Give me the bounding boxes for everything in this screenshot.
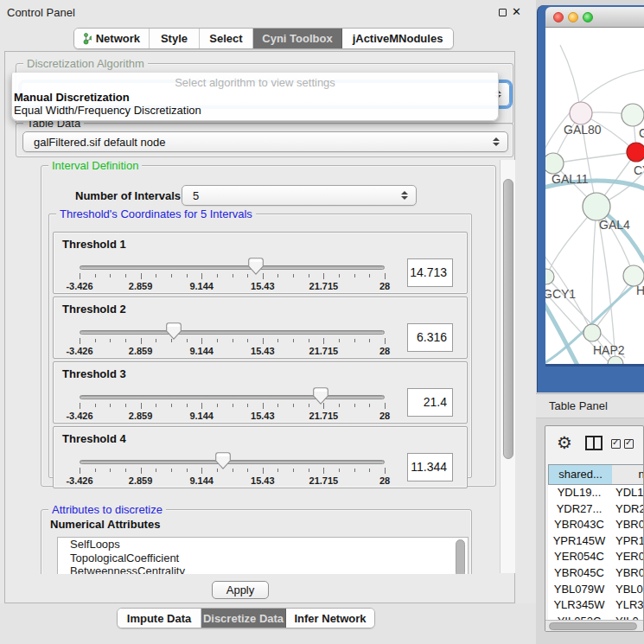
network-node[interactable]	[583, 324, 601, 341]
gear-icon[interactable]: ⚙	[557, 434, 572, 451]
slider-thumb[interactable]	[248, 258, 264, 275]
table-row[interactable]: YBR043CYBR0	[548, 517, 644, 533]
cell-name: YBL0	[615, 582, 644, 598]
slider-thumb[interactable]	[166, 322, 182, 340]
cell-shared-name: YBR043C	[548, 517, 610, 533]
table-panel-title: Table Panel	[549, 399, 608, 412]
slider-tick	[80, 338, 80, 344]
tab-label: Infer Network	[294, 612, 366, 625]
slider-track[interactable]	[80, 395, 385, 399]
slider-tick-label: 9.144	[181, 411, 222, 421]
numerical-attributes-list[interactable]: SelfLoopsTopologicalCoefficientBetweenne…	[57, 537, 469, 574]
network-edge	[592, 207, 596, 333]
table-row[interactable]: YBR045CYBR0	[548, 565, 644, 582]
network-node[interactable]	[583, 193, 610, 220]
table-row[interactable]: YBL079WYBL0	[548, 582, 644, 598]
threshold-1-panel: Threshold 1-3.4262.8599.14415.4321.71528…	[53, 232, 468, 294]
slider-track[interactable]	[80, 460, 385, 464]
settings-scrollbar-track[interactable]	[500, 160, 515, 573]
combo-arrows-icon	[401, 191, 408, 200]
tab-impute-data[interactable]: Impute Data	[118, 609, 201, 628]
close-icon[interactable]: ✕	[512, 5, 521, 18]
slider-tick	[171, 469, 172, 472]
column-header-name[interactable]: n...	[612, 464, 644, 485]
cell-shared-name: YDR27...	[548, 501, 610, 518]
network-node[interactable]	[627, 143, 644, 162]
list-item[interactable]: TopologicalCoefficient	[58, 552, 468, 565]
table-row[interactable]: YDL19...YDL1	[548, 485, 644, 501]
table-hscrollbar-thumb[interactable]	[549, 622, 637, 630]
slider-thumb[interactable]	[215, 452, 231, 469]
float-window-icon[interactable]	[499, 9, 507, 16]
tab-select[interactable]: Select	[200, 29, 253, 48]
tab-network[interactable]: Network	[74, 29, 150, 48]
network-node[interactable]	[622, 104, 644, 126]
group-title-attributes: Attributes to discretize	[48, 503, 166, 516]
slider-tick-label: 28	[364, 281, 405, 291]
tab-infer-network[interactable]: Infer Network	[286, 609, 374, 628]
cell-name: YPR1	[615, 533, 644, 550]
slider-tick	[323, 468, 324, 474]
table-row[interactable]: YDR27...YDR2	[548, 501, 644, 518]
cell-shared-name: YER054C	[548, 549, 610, 565]
tab-style[interactable]: Style	[150, 29, 200, 48]
network-icon	[83, 32, 92, 45]
slider-tick-label: 9.144	[181, 346, 222, 356]
slider-tick	[354, 469, 355, 472]
slider-track[interactable]	[80, 330, 385, 335]
slider-tick-label: 2.859	[120, 281, 162, 291]
slider-tick	[385, 338, 386, 344]
table-row[interactable]: YPR145WYPR1	[548, 533, 644, 550]
slider-tick	[187, 339, 188, 342]
network-canvas[interactable]: GAL80GACYGAL11GAL4GCY1HAHAP2	[545, 28, 644, 364]
number-of-intervals-combobox[interactable]: 5	[182, 185, 417, 206]
combo-arrows-icon	[493, 137, 500, 146]
apply-button[interactable]: Apply	[212, 581, 269, 599]
split-table-icon[interactable]	[585, 436, 603, 450]
algorithm-option-1[interactable]: Manual Discretization	[14, 91, 130, 104]
slider-track[interactable]	[80, 265, 385, 270]
cyni-toolbox-pane: Discretization Algorithm Table Data galF…	[4, 51, 515, 603]
close-traffic-light[interactable]	[553, 12, 564, 22]
algorithm-option-2[interactable]: Equal Width/Frequency Discretization	[14, 104, 201, 117]
table-row[interactable]: YER054CYER0	[548, 549, 644, 565]
slider-tick	[233, 339, 233, 342]
threshold-value-field[interactable]: 11.344	[407, 453, 453, 481]
tab-jactivemnodules[interactable]: jActiveMNodules	[342, 29, 453, 48]
slider-tick	[95, 339, 96, 342]
slider-thumb[interactable]	[313, 387, 328, 405]
network-window-titlebar[interactable]	[545, 7, 644, 28]
slider-tick	[339, 469, 340, 472]
threshold-value-field[interactable]: 14.713	[407, 258, 453, 287]
network-node-label: GAL11	[552, 172, 589, 186]
slider-tick	[263, 403, 264, 409]
slider-tick	[217, 274, 218, 277]
tab-discretize-data[interactable]: Discretize Data	[201, 609, 286, 628]
zoom-traffic-light[interactable]	[583, 12, 593, 22]
minimize-traffic-light[interactable]	[568, 12, 578, 22]
table-row[interactable]: YLR345WYLR3	[548, 597, 644, 614]
slider-tick	[233, 469, 233, 472]
attributes-items: SelfLoopsTopologicalCoefficientBetweenne…	[58, 538, 468, 574]
network-view-window: GAL80GACYGAL11GAL4GCY1HAHAP2	[538, 5, 644, 392]
network-node[interactable]	[545, 269, 554, 284]
table-data-combobox[interactable]: galFiltered.sif default node	[22, 131, 508, 152]
network-node-label: HAP2	[593, 343, 625, 357]
table-row[interactable]: YIL052CYIL0	[548, 614, 644, 620]
table-hscrollbar[interactable]	[545, 620, 644, 631]
threshold-value-field[interactable]: 6.316	[407, 323, 453, 352]
tab-cyni-toolbox[interactable]: Cyni Toolbox	[253, 29, 342, 48]
list-item[interactable]: BetweennessCentrality	[58, 564, 468, 574]
cell-shared-name: YIL052C	[548, 614, 610, 620]
column-header-shared-name[interactable]: shared...	[548, 464, 613, 485]
list-scrollbar[interactable]	[456, 539, 465, 574]
network-node[interactable]	[545, 153, 564, 174]
slider-tick	[80, 468, 80, 474]
slider-tick-label: 9.144	[181, 475, 222, 486]
network-node[interactable]	[570, 102, 592, 124]
threshold-value-field[interactable]: 21.4	[407, 388, 453, 417]
slider-tick	[171, 274, 172, 277]
select-columns-icon[interactable]	[611, 439, 634, 449]
settings-scrollbar-thumb[interactable]	[503, 179, 513, 459]
list-item[interactable]: SelfLoops	[58, 538, 468, 552]
